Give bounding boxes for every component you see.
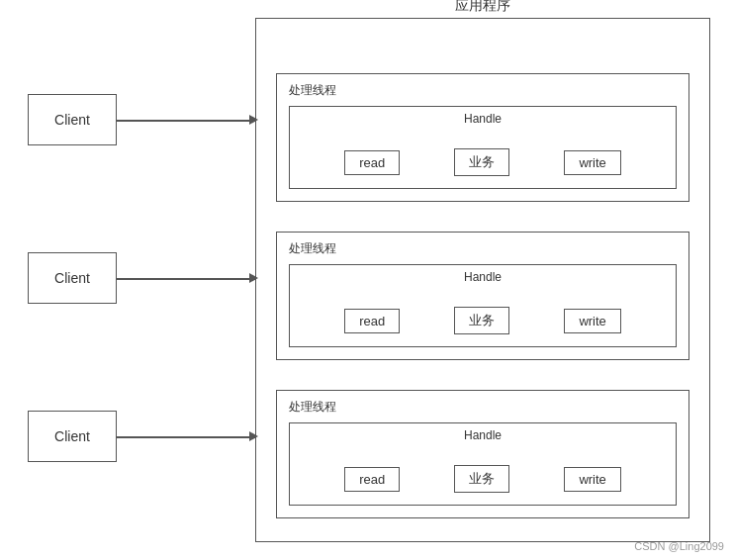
arrow-2-head bbox=[249, 273, 258, 283]
handle-box-1: Handle read 业务 write bbox=[289, 106, 677, 189]
handle-label-3: Handle bbox=[464, 428, 502, 442]
write-item-2: write bbox=[564, 309, 620, 333]
read-item-1: read bbox=[344, 150, 400, 175]
client-label-2: Client bbox=[54, 270, 90, 286]
watermark: CSDN @Ling2099 bbox=[634, 540, 724, 552]
arrow-3-line bbox=[117, 436, 255, 438]
arrow-1-head bbox=[249, 115, 258, 125]
handle-label-1: Handle bbox=[464, 112, 502, 126]
thread-box-2: 处理线程 Handle read 业务 write bbox=[276, 232, 689, 360]
thread-box-1: 处理线程 Handle read 业务 write bbox=[276, 73, 689, 202]
handle-box-3: Handle read 业务 write bbox=[289, 422, 677, 506]
write-item-3: write bbox=[564, 467, 620, 492]
client-label-3: Client bbox=[54, 428, 90, 444]
handle-items-2: read 业务 write bbox=[290, 307, 676, 334]
thread-label-2: 处理线程 bbox=[289, 240, 336, 257]
arrow-3-head bbox=[249, 431, 258, 441]
client-label-1: Client bbox=[54, 112, 90, 128]
handle-items-3: read 业务 write bbox=[290, 465, 676, 493]
handle-label-2: Handle bbox=[464, 270, 502, 284]
arrow-1-line bbox=[117, 120, 255, 122]
biz-item-1: 业务 bbox=[454, 148, 509, 176]
write-item-1: write bbox=[564, 150, 620, 175]
biz-item-2: 业务 bbox=[454, 307, 509, 334]
thread-box-3: 处理线程 Handle read 业务 write bbox=[276, 390, 689, 518]
arrow-2-line bbox=[117, 278, 255, 280]
handle-items-1: read 业务 write bbox=[290, 148, 676, 176]
app-box: 应用程序 处理线程 Handle read 业务 write 处理线程 Hand… bbox=[255, 18, 710, 542]
biz-item-3: 业务 bbox=[454, 465, 509, 493]
client-box-2: Client bbox=[28, 252, 117, 304]
app-label: 应用程序 bbox=[455, 0, 510, 15]
thread-label-3: 处理线程 bbox=[289, 399, 336, 416]
diagram-container: 应用程序 处理线程 Handle read 业务 write 处理线程 Hand… bbox=[0, 0, 734, 560]
read-item-2: read bbox=[344, 309, 400, 333]
client-box-1: Client bbox=[28, 94, 117, 145]
client-box-3: Client bbox=[28, 411, 117, 462]
read-item-3: read bbox=[344, 467, 400, 492]
thread-label-1: 处理线程 bbox=[289, 82, 336, 99]
handle-box-2: Handle read 业务 write bbox=[289, 264, 677, 347]
